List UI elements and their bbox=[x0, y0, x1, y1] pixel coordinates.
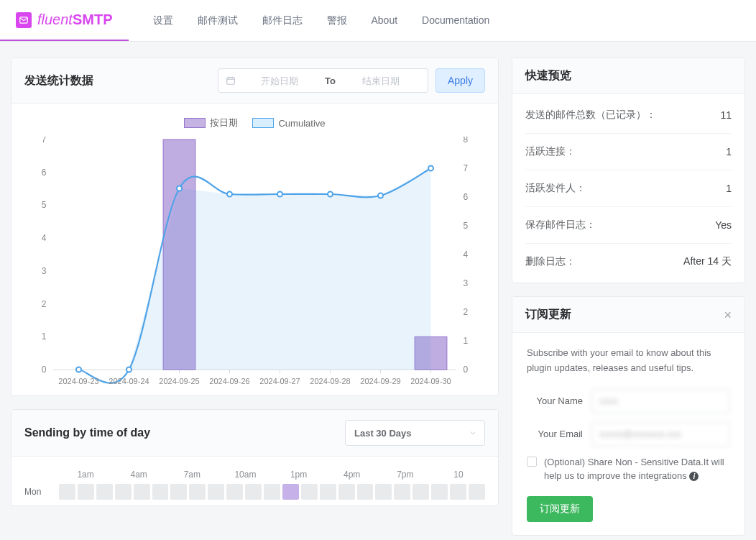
svg-text:2024-09-28: 2024-09-28 bbox=[310, 377, 350, 385]
time-range-select[interactable]: Last 30 Days bbox=[345, 420, 485, 446]
subscribe-title: 订阅更新 bbox=[525, 307, 571, 322]
svg-text:2024-09-30: 2024-09-30 bbox=[410, 377, 451, 385]
svg-text:6: 6 bbox=[464, 192, 469, 202]
hour-label: 7pm bbox=[379, 470, 432, 480]
heatmap-cell[interactable] bbox=[412, 484, 429, 500]
name-label: Your Name bbox=[527, 395, 583, 406]
main-nav: 设置 邮件测试 邮件日志 警报 About Documentation bbox=[129, 14, 490, 27]
heatmap-cell[interactable] bbox=[320, 484, 336, 500]
svg-text:2024-09-23: 2024-09-23 bbox=[58, 377, 98, 385]
heatmap-cell[interactable] bbox=[375, 484, 392, 500]
end-date-input[interactable] bbox=[341, 75, 420, 86]
chevron-down-icon bbox=[469, 429, 477, 437]
legend-cumulative[interactable]: Cumulative bbox=[252, 116, 325, 129]
svg-text:3: 3 bbox=[42, 266, 47, 276]
heatmap-cell[interactable] bbox=[431, 484, 448, 500]
subscribe-panel: 订阅更新 × Subscribe with your email to know… bbox=[512, 296, 745, 536]
bar-swatch-icon bbox=[184, 118, 206, 128]
start-date-input[interactable] bbox=[240, 75, 319, 86]
hour-label: 7am bbox=[165, 470, 218, 480]
heatmap-cell[interactable] bbox=[245, 484, 262, 500]
svg-text:4: 4 bbox=[42, 233, 47, 243]
heatmap-cell[interactable] bbox=[264, 484, 280, 500]
quick-row: 活跃连接：1 bbox=[525, 134, 732, 170]
share-data-checkbox-row[interactable]: (Optional) Share Non - Sensitive Data.It… bbox=[527, 455, 730, 483]
quick-label: 活跃发件人： bbox=[525, 182, 586, 195]
apply-button[interactable]: Apply bbox=[435, 68, 485, 93]
calendar-icon bbox=[226, 75, 236, 86]
heatmap-cell[interactable] bbox=[338, 484, 355, 500]
heatmap-cell[interactable] bbox=[115, 484, 132, 500]
line-swatch-icon bbox=[252, 118, 274, 128]
hour-label: 10am bbox=[218, 470, 272, 480]
quick-preview-panel: 快速预览 发送的邮件总数（已记录）：11活跃连接：1活跃发件人：1保存邮件日志：… bbox=[512, 58, 745, 283]
heatmap-cell[interactable] bbox=[357, 484, 374, 500]
quick-row: 删除日志：After 14 天 bbox=[525, 244, 732, 280]
svg-text:1: 1 bbox=[42, 331, 47, 342]
quick-label: 活跃连接： bbox=[525, 145, 576, 158]
heatmap-cell[interactable] bbox=[59, 484, 75, 500]
svg-text:3: 3 bbox=[464, 278, 469, 288]
svg-point-34 bbox=[277, 192, 282, 197]
nav-mail-log[interactable]: 邮件日志 bbox=[262, 14, 303, 27]
nav-about[interactable]: About bbox=[372, 14, 398, 27]
checkbox-icon[interactable] bbox=[527, 457, 537, 467]
sending-stats-title: 发送统计数据 bbox=[24, 73, 93, 88]
svg-point-32 bbox=[177, 186, 182, 191]
heatmap-cell[interactable] bbox=[282, 484, 299, 500]
heatmap-cell[interactable] bbox=[450, 484, 466, 500]
heatmap-cell[interactable] bbox=[394, 484, 410, 500]
logo-icon bbox=[16, 12, 32, 28]
svg-point-33 bbox=[227, 192, 232, 197]
quick-value: 1 bbox=[726, 183, 732, 194]
sending-stats-panel: 发送统计数据 To Apply 按日期 bbox=[11, 58, 499, 396]
heatmap-cell[interactable] bbox=[96, 484, 113, 500]
info-icon[interactable]: i bbox=[689, 472, 699, 481]
svg-text:5: 5 bbox=[42, 200, 47, 210]
heatmap-cell[interactable] bbox=[301, 484, 318, 500]
logo[interactable]: fluentSMTP bbox=[0, 0, 129, 41]
svg-text:2024-09-29: 2024-09-29 bbox=[360, 377, 400, 385]
heatmap-cell[interactable] bbox=[189, 484, 206, 500]
heatmap-cell[interactable] bbox=[78, 484, 94, 500]
time-of-day-panel: Sending by time of day Last 30 Days 1am4… bbox=[11, 409, 499, 506]
svg-text:0: 0 bbox=[464, 365, 469, 375]
heatmap-cell[interactable] bbox=[152, 484, 169, 500]
svg-text:7: 7 bbox=[42, 137, 47, 145]
svg-text:7: 7 bbox=[464, 163, 469, 173]
hour-label: 1pm bbox=[272, 470, 326, 480]
nav-docs[interactable]: Documentation bbox=[422, 14, 489, 27]
svg-text:2: 2 bbox=[464, 307, 469, 317]
heatmap-cell[interactable] bbox=[208, 484, 224, 500]
quick-row: 活跃发件人：1 bbox=[525, 170, 732, 207]
close-icon[interactable]: × bbox=[724, 308, 732, 321]
subscribe-button[interactable]: 订阅更新 bbox=[527, 496, 593, 522]
email-label: Your Email bbox=[527, 429, 583, 439]
heatmap-cell[interactable] bbox=[469, 484, 485, 500]
name-input[interactable] bbox=[591, 389, 730, 413]
svg-point-31 bbox=[126, 367, 132, 372]
logo-text: fluentSMTP bbox=[37, 12, 113, 28]
quick-value: 11 bbox=[720, 109, 732, 121]
svg-point-36 bbox=[378, 193, 383, 198]
svg-point-37 bbox=[428, 166, 433, 171]
heatmap-cell[interactable] bbox=[134, 484, 150, 500]
hour-label: 4am bbox=[112, 470, 165, 480]
svg-point-30 bbox=[76, 367, 81, 372]
time-of-day-title: Sending by time of day bbox=[24, 426, 150, 439]
nav-mail-test[interactable]: 邮件测试 bbox=[198, 14, 238, 27]
svg-text:2024-09-27: 2024-09-27 bbox=[259, 377, 300, 385]
date-range-input[interactable]: To bbox=[218, 68, 428, 93]
nav-settings[interactable]: 设置 bbox=[153, 14, 173, 27]
heatmap-cell[interactable] bbox=[226, 484, 243, 500]
svg-text:1: 1 bbox=[464, 336, 469, 346]
quick-label: 删除日志： bbox=[525, 255, 576, 268]
legend-by-date[interactable]: 按日期 bbox=[184, 116, 238, 129]
svg-text:6: 6 bbox=[42, 168, 47, 178]
svg-text:2024-09-26: 2024-09-26 bbox=[209, 377, 249, 385]
email-input[interactable] bbox=[591, 422, 730, 447]
svg-text:2024-09-24: 2024-09-24 bbox=[109, 377, 149, 385]
heatmap-cell[interactable] bbox=[170, 484, 187, 500]
nav-alerts[interactable]: 警报 bbox=[327, 14, 347, 27]
quick-row: 发送的邮件总数（已记录）：11 bbox=[525, 97, 732, 134]
